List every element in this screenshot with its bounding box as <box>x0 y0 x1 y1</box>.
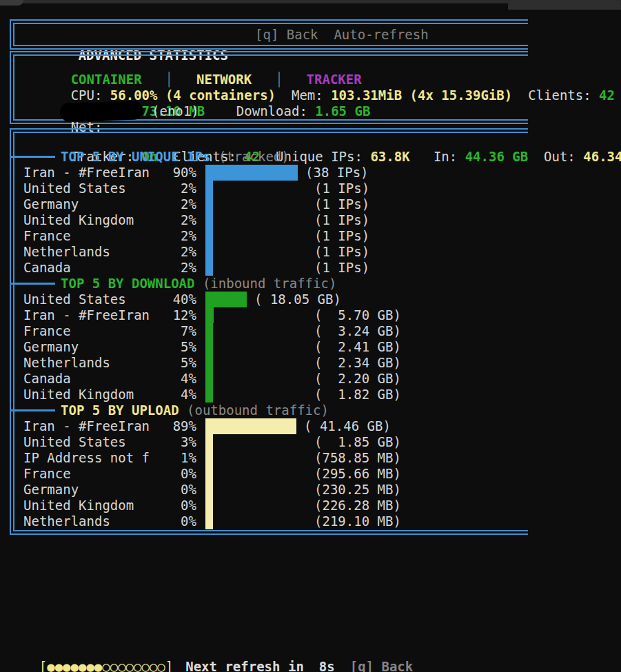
percent-label: 0% <box>152 466 196 482</box>
section-title: TOP 5 BY UPLOAD <box>61 403 179 418</box>
chart-row: United States40%( 18.05 GB) <box>14 292 528 307</box>
value-label: (1 IPs) <box>314 228 369 244</box>
bar <box>205 434 213 450</box>
value-label: (1 IPs) <box>314 212 369 228</box>
chart-row: Netherlands0%(219.10 MB) <box>14 513 528 529</box>
country-label: United States <box>23 434 126 449</box>
value-label: (219.10 MB) <box>314 513 401 529</box>
country-label: France <box>23 466 71 481</box>
cpu-mem-line: CPU: 56.00% (4 containers) Mem: 103.31Mi… <box>14 72 528 88</box>
chart-row: United Kingdom2%(1 IPs) <box>14 212 528 228</box>
percent-label: 2% <box>152 228 196 244</box>
chart-row: Netherlands5%( 2.34 GB) <box>14 355 528 371</box>
value-label: ( 2.34 GB) <box>314 355 401 371</box>
bar <box>205 212 213 228</box>
value-label: ( 2.41 GB) <box>314 339 401 355</box>
chart-row: United States3%( 1.85 GB) <box>14 434 528 450</box>
percent-label: 12% <box>152 307 196 323</box>
bar <box>205 196 213 212</box>
net-line: Net: (eno1) <box>14 103 528 119</box>
value-label: ( 5.70 GB) <box>314 307 401 323</box>
percent-label: 4% <box>152 371 196 387</box>
sections: TOP 5 BY UNIQUE IPs (tracked)Iran - #Fre… <box>14 149 528 529</box>
chart-row: United Kingdom4%( 1.82 GB) <box>14 387 528 403</box>
percent-label: 89% <box>152 418 196 434</box>
chart-row: Canada4%( 2.20 GB) <box>14 371 528 387</box>
section-title: TOP 5 BY DOWNLOAD <box>61 276 194 291</box>
next-refresh-label: Next refresh in <box>185 659 304 672</box>
value-label: (1 IPs) <box>314 244 369 260</box>
chart-row: IP Address not f1%(758.85 MB) <box>14 450 528 466</box>
country-label: Germany <box>23 339 79 354</box>
title-box: ADVANCED STATISTICS [q] Back Auto-refres… <box>10 19 528 50</box>
section-header: TOP 5 BY UNIQUE IPs (tracked) <box>14 149 528 165</box>
back-key-hint[interactable]: [q] Back <box>255 27 318 42</box>
chart-row: France2%(1 IPs) <box>14 228 528 244</box>
value-label: (758.85 MB) <box>314 450 401 466</box>
chart-row: Iran - #FreeIran12%( 5.70 GB) <box>14 307 528 323</box>
bar <box>205 387 213 403</box>
value-label: (230.25 MB) <box>314 482 401 498</box>
value-label: ( 18.05 GB) <box>254 292 341 307</box>
value-label: (295.66 MB) <box>314 466 401 482</box>
upload-download-line: Upload: 173.10 MB Download: 1.65 GB <box>14 88 528 103</box>
country-label: Canada <box>23 371 71 386</box>
chart-row: United Kingdom0%(226.28 MB) <box>14 498 528 513</box>
chart-row: France0%(295.66 MB) <box>14 466 528 482</box>
country-label: France <box>23 228 71 243</box>
window-chrome-corner <box>0 0 23 6</box>
section-tee-line <box>10 156 55 158</box>
percent-label: 2% <box>152 244 196 260</box>
country-label: United Kingdom <box>23 212 134 227</box>
bar <box>205 307 214 323</box>
bar <box>205 292 247 307</box>
country-label: Iran - #FreeIran <box>23 165 150 180</box>
country-label: IP Address not f <box>23 450 150 465</box>
bar <box>205 371 213 387</box>
value-label: ( 41.46 GB) <box>304 418 391 434</box>
value-label: (1 IPs) <box>314 196 369 212</box>
section-tee-line <box>10 283 55 285</box>
redacted-net-address <box>60 101 143 121</box>
percent-label: 7% <box>152 323 196 339</box>
bar <box>205 450 213 466</box>
chart-row: Iran - #FreeIran89%( 41.46 GB) <box>14 418 528 434</box>
value-label: ( 3.24 GB) <box>314 323 401 339</box>
stats-box: CONTAINER│NETWORK│TRACKER CPU: 56.00% (4… <box>10 51 528 124</box>
country-label: Canada <box>23 260 71 275</box>
tracker-summary-line: Tracker: On Clients: 42 Unique IPs: 63.8… <box>14 133 528 149</box>
value-label: (226.28 MB) <box>314 498 401 513</box>
value-label: ( 1.85 GB) <box>314 434 401 450</box>
status-back-hint[interactable]: [q] Back <box>350 659 414 672</box>
chart-row: Germany5%( 2.41 GB) <box>14 339 528 355</box>
refresh-progress-indicator: [●●●●●●●○○○○○○○○] <box>39 659 173 672</box>
country-label: United Kingdom <box>23 498 134 513</box>
bar <box>205 418 296 434</box>
net-interface: (eno1) <box>152 103 199 119</box>
auto-refresh-label[interactable]: Auto-refresh <box>334 27 428 42</box>
chart-row: Canada2%(1 IPs) <box>14 260 528 276</box>
section-tee-line <box>10 409 55 411</box>
section-subtitle: (outbound traffic) <box>179 403 329 418</box>
refresh-seconds: 8s <box>319 659 335 672</box>
chart-row: Iran - #FreeIran90%(38 IPs) <box>14 165 528 181</box>
country-label: United Kingdom <box>23 387 134 402</box>
percent-label: 0% <box>152 498 196 513</box>
out-label: Out: <box>528 149 583 164</box>
country-label: Netherlands <box>23 244 110 259</box>
bar <box>205 323 213 339</box>
value-label: ( 2.20 GB) <box>314 371 401 387</box>
bar <box>205 244 213 260</box>
terminal-screen: ADVANCED STATISTICS [q] Back Auto-refres… <box>0 0 621 672</box>
value-label: (1 IPs) <box>314 181 369 196</box>
percent-label: 40% <box>152 292 196 307</box>
country-label: Germany <box>23 196 79 212</box>
country-label: United States <box>23 181 126 196</box>
section-subtitle: (tracked) <box>210 149 289 164</box>
percent-label: 2% <box>152 181 196 196</box>
bar <box>205 482 213 498</box>
tracker-box: Tracker: On Clients: 42 Unique IPs: 63.8… <box>10 128 528 535</box>
percent-label: 0% <box>152 482 196 498</box>
chart-row: Germany2%(1 IPs) <box>14 196 528 212</box>
bar <box>205 339 213 355</box>
